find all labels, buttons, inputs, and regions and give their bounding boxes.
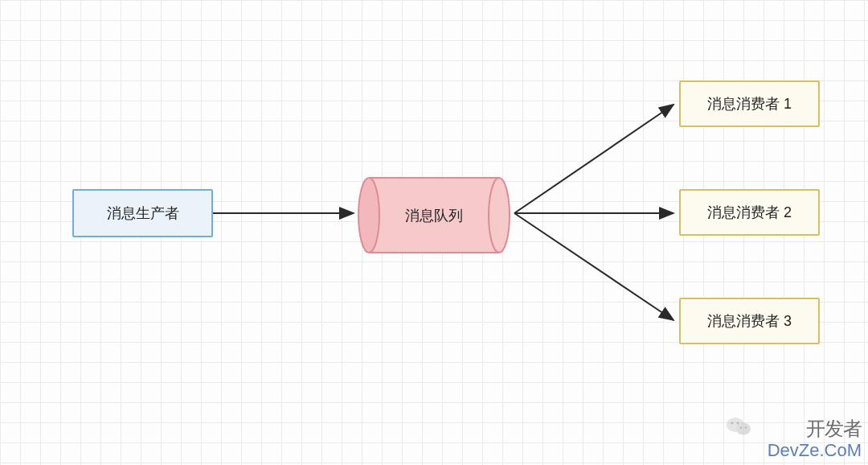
arrow-queue-consumer1 xyxy=(514,105,674,213)
arrow-queue-consumer3 xyxy=(514,213,674,320)
svg-point-7 xyxy=(736,423,751,435)
svg-point-10 xyxy=(740,426,742,428)
watermark-line1: 开发者 xyxy=(768,418,862,440)
queue-label: 消息队列 xyxy=(358,177,510,253)
wechat-icon xyxy=(726,416,751,437)
watermark: 开发者 DevZe.CoM xyxy=(768,418,862,460)
svg-point-8 xyxy=(731,422,734,425)
watermark-line2: DevZe.CoM xyxy=(768,440,862,460)
svg-point-11 xyxy=(745,426,747,428)
svg-point-9 xyxy=(737,422,739,425)
